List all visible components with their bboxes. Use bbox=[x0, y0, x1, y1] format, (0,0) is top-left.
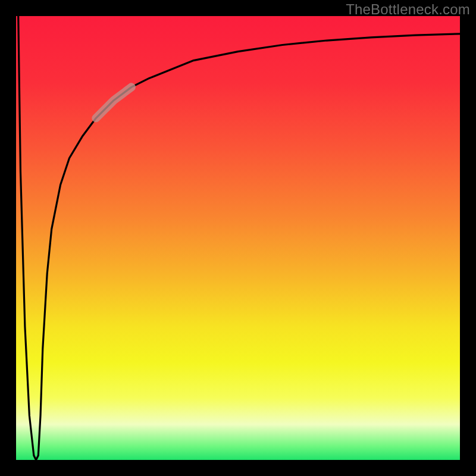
chart-container: TheBottleneck.com bbox=[0, 0, 476, 476]
chart-svg bbox=[0, 0, 476, 476]
watermark-text: TheBottleneck.com bbox=[346, 1, 470, 18]
plot-background bbox=[16, 16, 460, 460]
